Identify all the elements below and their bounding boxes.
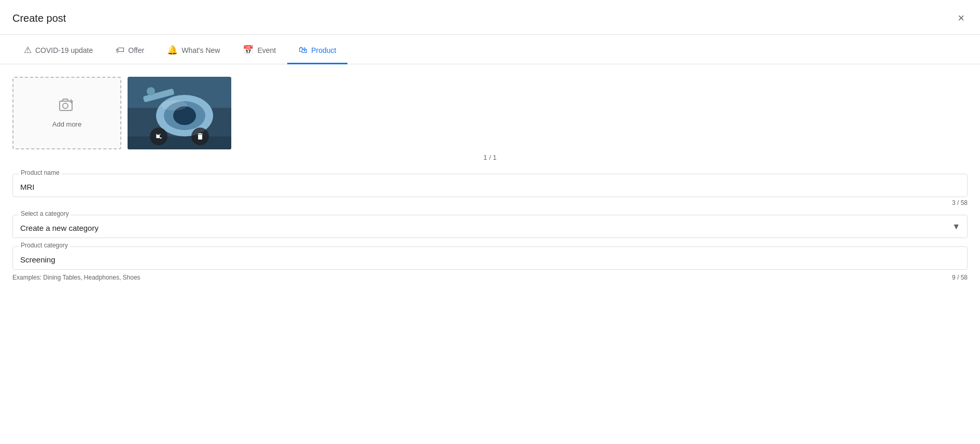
tab-product[interactable]: 🛍 Product — [287, 35, 347, 64]
product-category-field-group: Product category — [12, 246, 968, 270]
product-name-field-group: Product name — [12, 174, 968, 197]
whats-new-icon: 🔔 — [167, 45, 178, 56]
covid-icon: ⚠ — [24, 45, 32, 56]
product-category-input[interactable] — [12, 246, 968, 270]
add-photo-icon — [59, 98, 75, 116]
close-button[interactable]: × — [955, 9, 968, 27]
product-name-label: Product name — [19, 169, 62, 176]
svg-point-1 — [63, 103, 68, 108]
tab-offer-label: Offer — [128, 46, 144, 54]
image-area: Add more — [12, 77, 968, 149]
product-category-counter: 9 / 58 — [952, 274, 968, 281]
select-category-dropdown[interactable]: Create a new category — [12, 215, 968, 238]
main-content: Add more — [0, 64, 980, 444]
tab-whats-new[interactable]: 🔔 What's New — [156, 35, 231, 64]
svg-point-12 — [161, 100, 187, 110]
product-category-label: Product category — [19, 242, 70, 249]
add-more-label: Add more — [52, 120, 81, 128]
image-overlay-buttons — [128, 128, 231, 145]
tab-event[interactable]: 📅 Event — [231, 35, 287, 64]
dialog-header: Create post × — [0, 0, 980, 35]
dialog-title: Create post — [12, 12, 66, 24]
offer-icon: 🏷 — [116, 45, 124, 56]
tab-product-label: Product — [311, 46, 336, 54]
create-post-dialog: Create post × ⚠ COVID-19 update 🏷 Offer … — [0, 0, 980, 444]
select-category-label: Select a category — [19, 210, 71, 217]
image-counter: 1 / 1 — [12, 154, 968, 161]
product-name-counter: 3 / 58 — [12, 199, 968, 206]
tab-covid[interactable]: ⚠ COVID-19 update — [12, 35, 104, 64]
tab-offer[interactable]: 🏷 Offer — [104, 35, 156, 64]
product-category-hint: Examples: Dining Tables, Headphones, Sho… — [12, 274, 141, 281]
tabs-container: ⚠ COVID-19 update 🏷 Offer 🔔 What's New 📅… — [0, 35, 980, 64]
svg-point-10 — [147, 87, 155, 95]
tab-event-label: Event — [257, 46, 276, 54]
product-icon: 🛍 — [299, 45, 307, 56]
tab-whats-new-label: What's New — [181, 46, 220, 54]
svg-rect-0 — [60, 101, 72, 110]
select-category-group: Select a category Create a new category … — [12, 215, 968, 238]
tab-covid-label: COVID-19 update — [35, 46, 93, 54]
crop-button[interactable] — [150, 128, 167, 145]
delete-image-button[interactable] — [191, 128, 209, 145]
image-preview — [128, 77, 231, 149]
product-name-input[interactable] — [12, 174, 968, 197]
add-more-button[interactable]: Add more — [12, 77, 121, 149]
event-icon: 📅 — [243, 45, 254, 56]
product-category-hint-row: Examples: Dining Tables, Headphones, Sho… — [12, 272, 968, 281]
